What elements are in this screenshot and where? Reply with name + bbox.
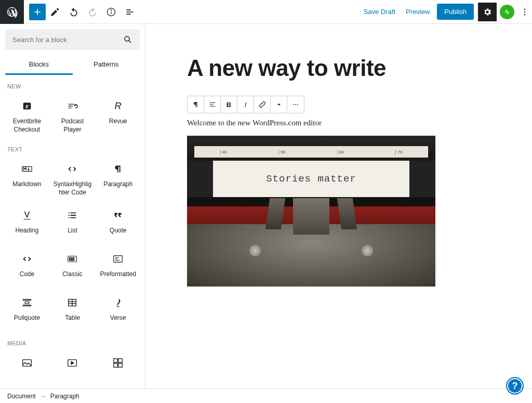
svg-rect-13 bbox=[68, 256, 77, 262]
block-image[interactable] bbox=[5, 350, 49, 388]
block-podcast[interactable]: Podcast Player bbox=[51, 94, 95, 138]
category-new-label: NEW bbox=[5, 75, 140, 94]
undo-button[interactable] bbox=[64, 3, 83, 21]
quote-icon bbox=[112, 209, 124, 222]
svg-rect-27 bbox=[114, 363, 117, 367]
video-icon bbox=[66, 357, 78, 369]
block-heading[interactable]: Heading bbox=[5, 203, 49, 244]
more-menu-button[interactable] bbox=[517, 3, 532, 21]
edit-mode-button[interactable] bbox=[46, 3, 64, 21]
gallery-icon bbox=[112, 357, 124, 369]
block-syntax[interactable]: SyntaxHighlighter Code bbox=[51, 157, 95, 201]
preview-link[interactable]: Preview bbox=[401, 8, 435, 16]
svg-rect-16 bbox=[73, 258, 74, 259]
editor-canvas[interactable]: A new way to write B I Welcome to the ne… bbox=[145, 24, 532, 388]
wordpress-logo[interactable] bbox=[0, 0, 24, 24]
typewriter-text: Stories matter bbox=[213, 161, 409, 197]
svg-rect-15 bbox=[72, 258, 73, 259]
block-toolbar: B I bbox=[187, 96, 304, 113]
paragraph-icon bbox=[112, 163, 124, 175]
dropdown-button[interactable] bbox=[271, 96, 287, 113]
block-quote[interactable]: Quote bbox=[96, 203, 140, 244]
image-icon bbox=[21, 357, 33, 369]
search-icon bbox=[123, 35, 132, 44]
block-table[interactable]: Table bbox=[51, 290, 95, 332]
category-text-label: TEXT bbox=[5, 138, 140, 157]
svg-rect-26 bbox=[118, 359, 122, 362]
verse-icon bbox=[112, 296, 124, 309]
list-icon bbox=[66, 209, 78, 222]
breadcrumb-paragraph[interactable]: Paragraph bbox=[50, 393, 79, 400]
jetpack-button[interactable] bbox=[500, 5, 514, 19]
top-toolbar: Save Draft Preview Publish bbox=[0, 0, 532, 24]
align-button[interactable] bbox=[204, 96, 221, 113]
image-block[interactable]: 40 50 60 70 Stories matter bbox=[187, 136, 435, 287]
preformatted-icon bbox=[112, 253, 124, 265]
pullquote-icon bbox=[21, 296, 33, 309]
block-verse[interactable]: Verse bbox=[96, 290, 140, 332]
svg-point-29 bbox=[293, 104, 294, 105]
svg-point-3 bbox=[524, 8, 525, 9]
svg-rect-17 bbox=[70, 259, 74, 261]
heading-icon bbox=[21, 209, 33, 222]
block-type-button[interactable] bbox=[188, 96, 204, 113]
svg-rect-23 bbox=[23, 360, 32, 367]
tab-blocks[interactable]: Blocks bbox=[5, 55, 73, 75]
more-options-button[interactable] bbox=[287, 96, 304, 113]
svg-point-30 bbox=[295, 104, 296, 105]
settings-button[interactable] bbox=[478, 3, 497, 21]
italic-button[interactable]: I bbox=[237, 96, 254, 113]
svg-point-2 bbox=[111, 9, 111, 10]
help-button[interactable]: ? bbox=[506, 377, 524, 395]
block-markdown[interactable]: Markdown bbox=[5, 157, 49, 201]
redo-button[interactable] bbox=[83, 3, 102, 21]
svg-point-4 bbox=[524, 11, 525, 12]
block-revue[interactable]: R Revue bbox=[96, 94, 140, 138]
add-block-button[interactable] bbox=[29, 4, 46, 20]
block-inserter-sidebar: Blocks Patterns NEW E Eventbrite Checkou… bbox=[0, 24, 145, 388]
podcast-icon bbox=[66, 100, 78, 112]
post-title[interactable]: A new way to write bbox=[187, 55, 490, 81]
bold-button[interactable]: B bbox=[221, 96, 237, 113]
table-icon bbox=[66, 296, 78, 309]
classic-icon bbox=[66, 253, 78, 265]
block-paragraph[interactable]: Paragraph bbox=[96, 157, 140, 201]
svg-rect-25 bbox=[114, 359, 117, 362]
revue-icon: R bbox=[112, 100, 124, 112]
svg-point-5 bbox=[524, 14, 525, 15]
info-button[interactable] bbox=[102, 3, 121, 21]
block-eventbrite[interactable]: E Eventbrite Checkout bbox=[5, 94, 49, 138]
block-preformatted[interactable]: Preformatted bbox=[96, 246, 140, 288]
svg-point-6 bbox=[125, 36, 129, 41]
block-search[interactable] bbox=[5, 29, 140, 50]
markdown-icon bbox=[21, 163, 33, 175]
breadcrumb: Document → Paragraph bbox=[0, 388, 532, 403]
svg-point-31 bbox=[297, 104, 298, 105]
block-video[interactable] bbox=[51, 350, 95, 388]
breadcrumb-separator: → bbox=[40, 393, 46, 400]
paragraph-block[interactable]: Welcome to the new WordPress.com editor bbox=[187, 119, 490, 127]
tab-patterns[interactable]: Patterns bbox=[73, 55, 140, 75]
breadcrumb-document[interactable]: Document bbox=[7, 393, 36, 400]
svg-rect-14 bbox=[70, 258, 71, 259]
svg-rect-28 bbox=[118, 363, 122, 367]
svg-point-10 bbox=[75, 105, 76, 106]
block-classic[interactable]: Classic bbox=[51, 246, 95, 288]
syntax-icon bbox=[66, 163, 78, 175]
code-icon bbox=[21, 253, 33, 265]
save-draft-link[interactable]: Save Draft bbox=[358, 8, 401, 16]
eventbrite-icon: E bbox=[21, 100, 33, 112]
outline-button[interactable] bbox=[121, 3, 139, 21]
search-input[interactable] bbox=[12, 36, 123, 44]
svg-text:R: R bbox=[115, 100, 122, 111]
block-pullquote[interactable]: Pullquote bbox=[5, 290, 49, 332]
publish-button[interactable]: Publish bbox=[437, 4, 474, 20]
block-code[interactable]: Code bbox=[5, 246, 49, 288]
category-media-label: MEDIA bbox=[5, 332, 140, 350]
svg-line-7 bbox=[129, 41, 131, 43]
link-button[interactable] bbox=[254, 96, 271, 113]
block-gallery[interactable] bbox=[96, 350, 140, 388]
inserter-tabs: Blocks Patterns bbox=[5, 55, 140, 75]
svg-text:E: E bbox=[25, 104, 29, 109]
block-list[interactable]: List bbox=[51, 203, 95, 244]
